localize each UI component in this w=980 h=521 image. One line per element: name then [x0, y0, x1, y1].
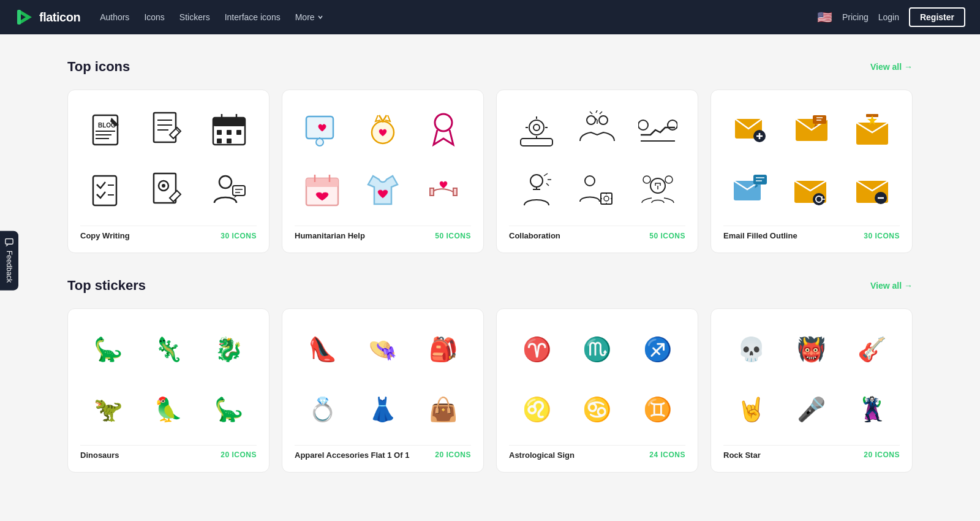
svg-point-59 [643, 176, 650, 183]
card-icons-rock-star: 💀 👹 🎸 🤘 🎤 🦹 [723, 321, 900, 437]
sticker-dino-4: 🦖 [80, 382, 136, 438]
sticker-astro-1: ♈ [509, 321, 565, 377]
card-humanitarian-help[interactable]: Humanitarian Help 50 ICONS [282, 89, 484, 253]
icon-email-chat [723, 163, 779, 219]
icon-email-add [723, 102, 779, 158]
svg-rect-20 [217, 139, 222, 143]
icon-tshirt-heart [355, 163, 411, 219]
chevron-down-icon [317, 14, 323, 20]
icon-hands-heart [415, 163, 471, 219]
sticker-rock-1: 💀 [723, 321, 779, 377]
sticker-dino-1: 🦕 [80, 321, 136, 377]
svg-point-49 [530, 175, 543, 187]
card-footer-copy-writing: Copy Writing 30 ICONS [80, 226, 257, 240]
card-email-filled-outline[interactable]: Email Filled Outline 30 ICONS [710, 89, 913, 253]
sticker-astro-2: ♏ [570, 321, 625, 377]
sticker-rock-6: 🦹 [844, 382, 900, 438]
top-icons-title: Top icons [67, 59, 130, 75]
card-count-astrological: 24 ICONS [649, 451, 685, 459]
card-astrological[interactable]: ♈ ♏ ♐ ♌ ♋ ♊ Astrological Sign 24 ICONS [496, 308, 698, 472]
svg-point-36 [435, 114, 452, 131]
icon-person-chat [201, 163, 257, 219]
icon-team-settings [509, 102, 565, 158]
icon-email-starred [844, 102, 900, 158]
navigation: flaticon Authors Icons Stickers Interfac… [0, 0, 980, 34]
sticker-rock-3: 🎸 [844, 321, 900, 377]
sticker-rock-2: 👹 [784, 321, 840, 377]
sticker-dino-6: 🦕 [201, 382, 257, 438]
language-flag[interactable]: 🇺🇸 [817, 10, 832, 25]
svg-point-46 [638, 120, 648, 130]
top-stickers-title: Top stickers [67, 278, 146, 294]
icon-calendar [201, 102, 257, 158]
card-footer-astrological: Astrological Sign 24 ICONS [509, 445, 685, 460]
card-collaboration[interactable]: Collaboration 50 ICONS [496, 89, 698, 253]
card-footer-rock-star: Rock Star 20 ICONS [723, 445, 900, 460]
card-icons-astrological: ♈ ♏ ♐ ♌ ♋ ♊ [509, 321, 685, 437]
card-name-copy-writing: Copy Writing [80, 231, 130, 240]
top-icons-section: Top icons View all → BLOG [67, 59, 913, 253]
logo-text: flaticon [39, 10, 80, 25]
top-icons-grid: BLOG [67, 89, 913, 253]
card-apparel[interactable]: 👠 👒 🎒 💍 👗 👜 Apparel Accesories Flat 1 Of… [282, 308, 484, 472]
sticker-dino-3: 🐉 [201, 321, 257, 377]
nav-interface-icons[interactable]: Interface icons [225, 12, 281, 22]
main-content: Top icons View all → BLOG [31, 34, 949, 521]
top-stickers-grid: 🦕 🦎 🐉 🦖 🦜 🦕 Dinosaurs 20 ICONS 👠 👒 [67, 308, 913, 472]
svg-point-41 [529, 120, 544, 135]
card-footer-apparel: Apparel Accesories Flat 1 Of 1 20 ICONS [295, 445, 471, 460]
nav-icons[interactable]: Icons [144, 12, 164, 22]
svg-point-28 [219, 176, 232, 188]
svg-rect-1 [17, 10, 21, 25]
svg-rect-51 [601, 193, 612, 204]
card-rock-star[interactable]: 💀 👹 🎸 🤘 🎤 🦹 Rock Star 20 ICONS [710, 308, 913, 472]
icon-team-celebrate [570, 102, 625, 158]
card-count-rock-star: 20 ICONS [864, 451, 900, 459]
svg-marker-0 [20, 10, 32, 25]
card-count-apparel: 20 ICONS [435, 451, 471, 459]
svg-rect-19 [236, 130, 241, 135]
card-footer-collaboration: Collaboration 50 ICONS [509, 226, 685, 240]
register-button[interactable]: Register [909, 7, 965, 27]
svg-point-47 [668, 120, 677, 130]
icon-idea-person [509, 163, 565, 219]
feedback-icon [5, 238, 13, 247]
svg-point-50 [585, 176, 595, 186]
svg-rect-29 [233, 186, 245, 196]
card-dinosaurs[interactable]: 🦕 🦎 🐉 🦖 🦜 🦕 Dinosaurs 20 ICONS [67, 308, 270, 472]
sticker-dino-2: 🦎 [141, 321, 197, 377]
svg-rect-2 [6, 239, 13, 245]
top-stickers-view-all[interactable]: View all → [870, 281, 913, 291]
svg-point-45 [599, 116, 608, 124]
sticker-astro-6: ♊ [630, 382, 685, 438]
svg-point-60 [665, 176, 673, 183]
nav-authors[interactable]: Authors [100, 12, 129, 22]
nav-more[interactable]: More [295, 12, 323, 22]
card-icons-dinosaurs: 🦕 🦎 🐉 🦖 🦜 🦕 [80, 321, 257, 437]
sticker-apparel-1: 👠 [295, 321, 350, 377]
feedback-widget[interactable]: Feedback [0, 231, 18, 291]
card-icons-collaboration [509, 102, 685, 218]
card-count-copy-writing: 30 ICONS [221, 232, 257, 240]
nav-stickers[interactable]: Stickers [179, 12, 210, 22]
nav-pricing[interactable]: Pricing [842, 12, 869, 22]
icon-email-minus [844, 163, 900, 219]
icon-team-idea [630, 163, 685, 219]
svg-point-42 [533, 124, 540, 131]
icon-ribbon [415, 102, 471, 158]
nav-right: 🇺🇸 Pricing Login Register [817, 7, 965, 27]
card-name-humanitarian-help: Humanitarian Help [295, 231, 365, 240]
sticker-astro-4: ♌ [509, 382, 565, 438]
card-copy-writing[interactable]: BLOG [67, 89, 270, 253]
logo-icon [15, 7, 34, 27]
top-stickers-header: Top stickers View all → [67, 278, 913, 294]
logo-link[interactable]: flaticon [15, 7, 80, 27]
card-name-rock-star: Rock Star [723, 451, 761, 460]
svg-rect-18 [227, 130, 232, 135]
top-icons-view-all[interactable]: View all → [870, 62, 913, 72]
login-button[interactable]: Login [878, 12, 899, 22]
card-count-collaboration: 50 ICONS [649, 232, 685, 240]
svg-point-33 [316, 139, 323, 146]
svg-rect-14 [213, 118, 245, 126]
sticker-rock-4: 🤘 [723, 382, 779, 438]
